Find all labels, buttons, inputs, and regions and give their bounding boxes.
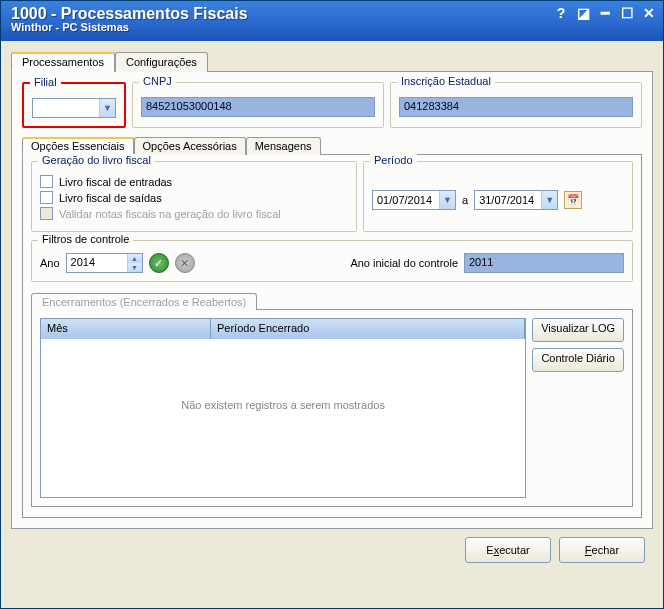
fechar-ul: F xyxy=(585,544,592,556)
checkbox-entradas[interactable] xyxy=(40,175,53,188)
filial-select[interactable]: ▼ xyxy=(32,98,116,118)
periodo-title: Período xyxy=(370,154,417,166)
group-cnpj: CNPJ 84521053000148 xyxy=(132,82,384,128)
ano-inicial-label: Ano inicial do controle xyxy=(350,257,458,269)
executar-post: ecutar xyxy=(499,544,530,556)
ano-inicial-value: 2011 xyxy=(464,253,624,273)
grid-side-buttons: Visualizar LOG Controle Diário xyxy=(532,318,624,498)
subtab-mensagens[interactable]: Mensagens xyxy=(246,137,321,155)
col-periodo[interactable]: Período Encerrado xyxy=(211,319,525,339)
cancel-button: ✕ xyxy=(175,253,195,273)
col-mes[interactable]: Mês xyxy=(41,319,211,339)
group-filtros: Filtros de controle Ano 2014 ▲ ▼ ✓ ✕ Ano… xyxy=(31,240,633,282)
tab-body-processamentos: Filial ▼ CNPJ 84521053000148 Inscrição E… xyxy=(11,72,653,529)
titlebar-buttons: ? ◪ ━ ☐ ✕ xyxy=(553,5,657,21)
close-icon[interactable]: ✕ xyxy=(641,5,657,21)
visualizar-log-button[interactable]: Visualizar LOG xyxy=(532,318,624,342)
encerramentos-grid[interactable]: Mês Período Encerrado Não existem regist… xyxy=(40,318,526,498)
check-saidas-row: Livro fiscal de saídas xyxy=(40,191,348,204)
chevron-up-icon[interactable]: ▲ xyxy=(128,254,142,263)
geracao-periodo-row: Geração do livro fiscal Livro fiscal de … xyxy=(31,161,633,232)
app-window: 1000 - Processamentos Fiscais Winthor - … xyxy=(0,0,664,609)
main-tab-row: Processamentos Configurações xyxy=(11,51,653,72)
ie-label: Inscrição Estadual xyxy=(397,75,495,87)
window-content: Processamentos Configurações Filial ▼ CN… xyxy=(1,41,663,577)
chevron-down-icon[interactable]: ▼ xyxy=(439,191,455,209)
calendar-icon[interactable]: 📅 xyxy=(564,191,582,209)
executar-pre: E xyxy=(486,544,493,556)
help-icon[interactable]: ? xyxy=(553,5,569,21)
tab-encerramentos[interactable]: Encerramentos (Encerrados e Reabertos) xyxy=(31,293,257,310)
filtros-title: Filtros de controle xyxy=(38,233,133,245)
encerramentos-body: Mês Período Encerrado Não existem regist… xyxy=(31,310,633,507)
ano-label: Ano xyxy=(40,257,60,269)
checkbox-validar xyxy=(40,207,53,220)
controle-diario-button[interactable]: Controle Diário xyxy=(532,348,624,372)
chevron-down-icon[interactable]: ▼ xyxy=(128,263,142,272)
titlebar: 1000 - Processamentos Fiscais Winthor - … xyxy=(1,1,663,41)
grid-header: Mês Período Encerrado xyxy=(41,319,525,339)
footer-buttons: Executar Fechar xyxy=(11,529,653,567)
chevron-down-icon[interactable]: ▼ xyxy=(541,191,557,209)
group-geracao: Geração do livro fiscal Livro fiscal de … xyxy=(31,161,357,232)
date-to-value: 31/07/2014 xyxy=(475,194,541,206)
group-periodo: Período 01/07/2014 ▼ a 31/07/2014 ▼ 📅 xyxy=(363,161,633,232)
confirm-button[interactable]: ✓ xyxy=(149,253,169,273)
ano-spinner[interactable]: 2014 ▲ ▼ xyxy=(66,253,143,273)
executar-button[interactable]: Executar xyxy=(465,537,551,563)
periodo-separator: a xyxy=(462,194,468,206)
date-from[interactable]: 01/07/2014 ▼ xyxy=(372,190,456,210)
label-validar: Validar notas fiscais na geração do livr… xyxy=(59,208,281,220)
tab-configuracoes[interactable]: Configurações xyxy=(115,52,208,72)
check-validar-row: Validar notas fiscais na geração do livr… xyxy=(40,207,348,220)
sub-tab-row: Opções Essenciais Opções Acessórias Mens… xyxy=(22,136,642,155)
tab-processamentos[interactable]: Processamentos xyxy=(11,52,115,72)
check-entradas-row: Livro fiscal de entradas xyxy=(40,175,348,188)
grid-empty-text: Não existem registros a serem mostrados xyxy=(41,399,525,411)
minimize-icon[interactable]: ━ xyxy=(597,5,613,21)
cnpj-label: CNPJ xyxy=(139,75,176,87)
window-subtitle: Winthor - PC Sistemas xyxy=(11,21,655,33)
subtab-acessorias[interactable]: Opções Acessórias xyxy=(134,137,246,155)
maximize-icon[interactable]: ☐ xyxy=(619,5,635,21)
subtab-body: Geração do livro fiscal Livro fiscal de … xyxy=(22,155,642,518)
spinner-arrows: ▲ ▼ xyxy=(127,254,142,272)
group-ie: Inscrição Estadual 041283384 xyxy=(390,82,642,128)
checkbox-saidas[interactable] xyxy=(40,191,53,204)
encerramentos-tab-row: Encerramentos (Encerrados e Reabertos) xyxy=(31,292,633,310)
geracao-title: Geração do livro fiscal xyxy=(38,154,155,166)
group-filial: Filial ▼ xyxy=(22,82,126,128)
cnpj-value: 84521053000148 xyxy=(141,97,375,117)
fechar-post: echar xyxy=(592,544,620,556)
date-to[interactable]: 31/07/2014 ▼ xyxy=(474,190,558,210)
filial-label: Filial xyxy=(30,76,61,88)
edit-icon[interactable]: ◪ xyxy=(575,5,591,21)
fechar-button[interactable]: Fechar xyxy=(559,537,645,563)
date-from-value: 01/07/2014 xyxy=(373,194,439,206)
chevron-down-icon[interactable]: ▼ xyxy=(99,99,115,117)
ie-value: 041283384 xyxy=(399,97,633,117)
top-fields-row: Filial ▼ CNPJ 84521053000148 Inscrição E… xyxy=(22,82,642,128)
ano-value: 2014 xyxy=(67,254,127,272)
label-entradas: Livro fiscal de entradas xyxy=(59,176,172,188)
label-saidas: Livro fiscal de saídas xyxy=(59,192,162,204)
subtab-essenciais[interactable]: Opções Essenciais xyxy=(22,137,134,155)
